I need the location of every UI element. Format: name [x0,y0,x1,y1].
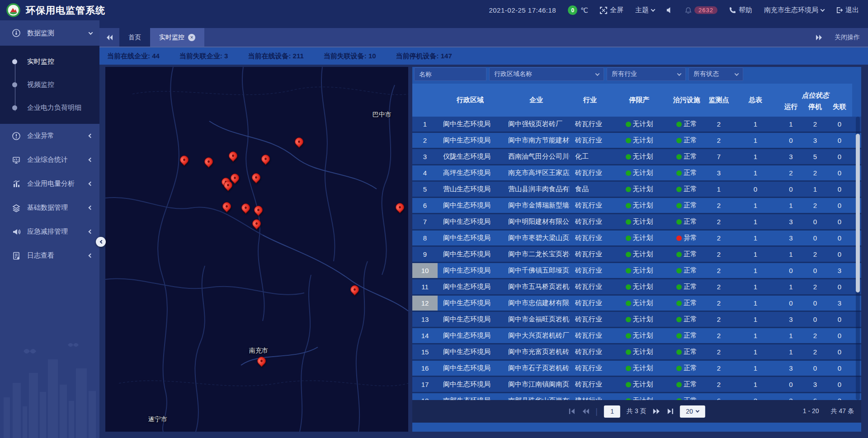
logout-button[interactable]: 退出 [836,6,859,14]
notifications[interactable]: 2632 [685,6,717,14]
theme-dropdown[interactable]: 主题 [635,6,655,14]
sidebar-subitem-0-1[interactable]: 视频监控 [0,73,99,96]
current-page-input[interactable]: 1 [604,405,620,418]
table-row[interactable]: 2阆中生态环境局阆中市南方节能建材有砖瓦行业无计划正常21030 [412,133,861,149]
tabs-scroll-left-button[interactable] [99,28,119,47]
sidebar-item-5[interactable]: 应急减排管理 [0,220,99,244]
facility-status-label: 正常 [684,152,697,161]
sidebar-submenu: 实时监控视频监控企业电力负荷明细 [0,46,99,124]
table-row[interactable]: 3仪陇生态环境局西南油气田分公司川中化工无计划正常71350 [412,149,861,165]
chart-icon [12,179,21,188]
col-index [412,84,438,117]
cell-index: 15 [412,344,438,359]
notification-count-badge: 2632 [694,6,717,14]
cell-index: 16 [412,361,438,376]
cell-lost: 3 [827,296,852,311]
sidebar-item-0[interactable]: 数据监测 [0,20,99,46]
status-dot-icon [676,301,682,306]
cell-facility: 正常 [668,361,705,376]
tab-home[interactable]: 首页 [119,28,150,47]
table-row[interactable]: 10阆中生态环境局阆中千佛镇五郎垭页岩砖瓦行业无计划正常21003 [412,263,861,279]
cell-run: 0 [778,296,803,311]
table-row[interactable]: 11阆中生态环境局阆中市五马桥页岩机砖砖瓦行业无计划正常21120 [412,279,861,296]
limit-status-label: 无计划 [633,201,653,210]
name-search-input[interactable] [414,67,486,81]
table-row[interactable]: 14阆中生态环境局阆中大兴页岩机砖厂砖瓦行业无计划正常21120 [412,328,861,344]
sidebar-subitem-0-0[interactable]: 实时监控 [0,50,99,73]
org-dropdown[interactable]: 南充市生态环境局 [764,6,824,14]
cell-meters: 2 [732,393,778,400]
table-row[interactable]: 18南部生态环境局南部县珠华山页岩有限公建材行业无计划正常62363 [412,393,861,400]
table-row[interactable]: 7阆中生态环境局阆中明阳建材有限公司砖瓦行业无计划正常21300 [412,214,861,231]
first-page-button[interactable] [568,408,575,414]
map-collapse-handle[interactable] [96,237,106,247]
scrollbar-thumb[interactable] [856,134,860,292]
status-dot-icon [676,317,682,322]
last-page-icon [667,408,674,414]
fullscreen-button[interactable]: 全屏 [600,6,623,14]
help-button[interactable]: 帮助 [729,6,752,14]
gauge-icon [12,28,21,38]
app-root: 环保用电监管系统 2021-02-25 17:46:18 0 ℃ 全屏 主题 [0,0,868,438]
industry-select[interactable]: 所有行业 [607,67,686,81]
cell-meters: 1 [732,279,778,294]
chevron-down-icon [89,30,93,35]
pagination-summary: 1 - 20 共 47 条 [803,407,854,415]
table-row[interactable]: 8阆中生态环境局阆中市枣碧大梁山页岩砖瓦行业无计划异常21300 [412,231,861,247]
table-row[interactable]: 12阆中生态环境局阆中市忠信建材有限公砖瓦行业无计划正常21003 [412,296,861,312]
cell-industry: 砖瓦行业 [570,377,610,392]
status-dot-icon [676,122,682,127]
table-row[interactable]: 15阆中生态环境局阆中市光富页岩机砖厂砖瓦行业无计划正常21120 [412,344,861,361]
cell-company: 西南油气田分公司川中 [503,149,570,164]
table-row[interactable]: 16阆中生态环境局阆中市石子页岩机砖厂砖瓦行业无计划正常21300 [412,361,861,377]
table-row[interactable]: 17阆中生态环境局阆中市江南镇阆南页岩砖瓦行业无计划正常21030 [412,377,861,393]
cell-region: 阆中生态环境局 [438,231,503,245]
status-dot-icon [676,268,682,273]
limit-status-label: 无计划 [633,299,653,307]
last-page-button[interactable] [667,408,674,414]
limit-status-label: 无计划 [633,217,653,226]
map-panel[interactable]: 巴中市南充市遂宁市 [105,67,408,432]
table-row[interactable]: 13阆中生态环境局阆中市金福旺页岩机砖砖瓦行业无计划正常21300 [412,312,861,328]
page-size-select[interactable]: 20 [680,405,705,418]
cell-region: 阆中生态环境局 [438,117,503,132]
sidebar-item-6[interactable]: 日志查看 [0,244,99,268]
table-row[interactable]: 1阆中生态环境局阆中强锐页岩砖厂砖瓦行业无计划正常21120 [412,117,861,133]
cell-region: 高坪生态环境局 [438,165,503,180]
double-arrow-right-icon[interactable] [816,34,823,41]
sidebar-item-4[interactable]: 基础数据管理 [0,196,99,220]
table-row[interactable]: 5营山生态环境局营山县润丰肉食品有限食品无计划正常10010 [412,182,861,198]
cell-meters: 1 [732,149,778,164]
prev-page-button[interactable] [581,408,589,414]
cell-company: 阆中市金博瑞新型墙材 [503,198,570,213]
sidebar-item-label: 数据监测 [27,29,83,38]
table-scrollbar[interactable] [856,117,860,400]
cell-points: 2 [705,247,732,262]
cell-lost: 0 [827,182,852,197]
table-row[interactable]: 9阆中生态环境局阆中市二龙长宝页岩砖砖瓦行业无计划正常21120 [412,247,861,263]
status-select[interactable]: 所有状态 [689,67,743,81]
cell-index: 14 [412,328,438,343]
cell-points: 2 [705,328,732,343]
stat-item-3: 当前失联设备: 10 [324,52,376,61]
tab-close-icon[interactable]: × [188,34,195,41]
sidebar-subitem-0-2[interactable]: 企业电力负荷明细 [0,96,99,119]
facility-status-label: 正常 [684,380,697,389]
close-operations-button[interactable]: 关闭操作 [835,33,860,42]
sidebar-item-2[interactable]: 企业综合统计 [0,148,99,172]
cell-facility: 正常 [668,149,705,164]
table-row[interactable]: 4高坪生态环境局南充市高坪区王家店建砖瓦行业无计划正常31220 [412,165,861,182]
cell-meters: 1 [732,312,778,327]
table-row[interactable]: 6阆中生态环境局阆中市金博瑞新型墙材砖瓦行业无计划正常21120 [412,198,861,214]
region-select[interactable]: 行政区域名称 [489,67,604,81]
sidebar-item-3[interactable]: 企业用电量分析 [0,172,99,196]
stat-item-4: 当前停机设备: 147 [396,52,452,61]
sidebar-item-1[interactable]: 企业异常 [0,124,99,148]
cell-limit: 无计划 [610,149,668,164]
next-page-button[interactable] [653,408,660,414]
cell-industry: 砖瓦行业 [570,214,610,229]
tab-realtime-monitor[interactable]: 实时监控 × [150,28,204,47]
status-dot-icon [626,366,631,371]
cell-run: 1 [778,198,803,213]
mute-button[interactable] [666,7,673,14]
